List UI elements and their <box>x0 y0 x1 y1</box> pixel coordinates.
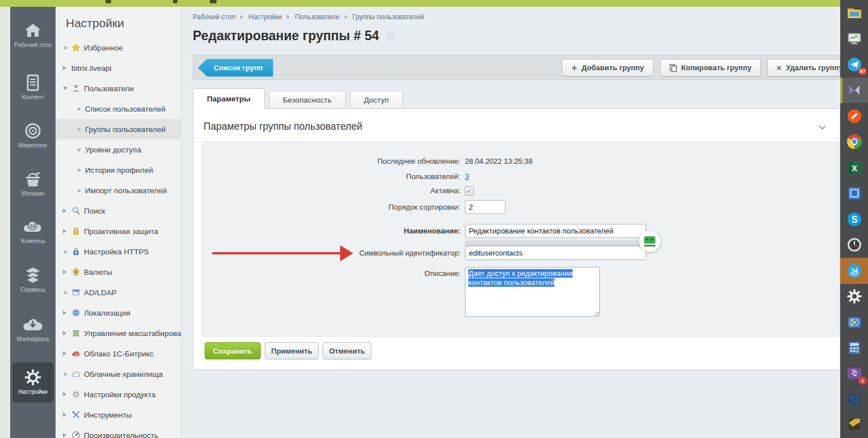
settings-menu-panel: Настройки Избранное bitrix.liveapi Польз… <box>56 7 181 438</box>
sort-order-input[interactable] <box>465 200 506 214</box>
vmware-icon[interactable] <box>840 181 868 207</box>
menu-item-localization[interactable]: Локализация <box>56 303 181 323</box>
menu-item-bitrix-liveapi[interactable]: bitrix.liveapi <box>56 58 181 78</box>
menu-item-bitrix-cloud[interactable]: Облако 1С-Битрикс <box>56 343 181 364</box>
clients-24-icon: 24 <box>10 218 56 236</box>
marketing-target-icon <box>10 122 56 140</box>
game-icon[interactable] <box>840 387 868 413</box>
kmplayer-icon[interactable] <box>840 78 868 104</box>
divider <box>193 138 840 139</box>
breadcrumb-separator-icon <box>287 15 290 19</box>
breadcrumb-separator-icon <box>240 15 243 19</box>
group-name-input[interactable] <box>465 224 646 238</box>
chevron-down-icon[interactable] <box>819 122 826 130</box>
save-button[interactable]: Сохранить <box>205 342 261 359</box>
menu-item-access-levels[interactable]: Уровни доступа <box>56 139 181 160</box>
sidebar-item-desktop[interactable]: Рабочий стол <box>10 22 56 49</box>
add-group-button[interactable]: + Добавить группу <box>562 59 654 76</box>
active-checkbox[interactable]: ✓ <box>465 186 474 195</box>
tab-content-panel: Параметры группы пользователей Последнее… <box>193 108 840 370</box>
menu-item-performance[interactable]: Производительность <box>56 425 181 438</box>
red-arrow-head <box>340 245 353 261</box>
copy-group-button[interactable]: Копировать группу <box>660 59 761 76</box>
sidebar-item-shop[interactable]: Магазин <box>10 170 56 197</box>
x-icon: × <box>776 63 781 73</box>
action-toolbar: Список групп + Добавить группу Копироват… <box>193 55 840 80</box>
svg-text:S: S <box>75 250 78 254</box>
menu-item-proactive-protection[interactable]: Проактивная защита <box>56 221 181 241</box>
snipping-tool-icon[interactable] <box>840 309 868 335</box>
menu-item-search[interactable]: Поиск <box>56 201 181 221</box>
sidebar-item-settings[interactable]: Настройки <box>12 363 53 402</box>
menu-item-users[interactable]: Пользователи <box>56 78 181 99</box>
apply-button[interactable]: Применить <box>265 342 319 359</box>
last-update-label: Последнее обновление: <box>202 155 460 168</box>
menu-item-user-list[interactable]: Список пользователей <box>56 99 181 119</box>
favorite-star-icon[interactable]: ☆ <box>385 29 396 44</box>
partial-app-icon[interactable] <box>840 413 868 438</box>
name-label: Наименование: <box>202 224 460 239</box>
sidebar-item-marketplace[interactable]: Marketplace <box>10 316 56 343</box>
menu-item-cloud-storage[interactable]: Облачные хранилища <box>56 364 181 384</box>
menu-item-favorites[interactable]: Избранное <box>56 37 181 58</box>
breadcrumb-desktop[interactable]: Рабочий стол <box>193 13 235 21</box>
editor-pencil-icon[interactable] <box>840 103 868 129</box>
menu-item-https-settings[interactable]: S Настройка HTTPS <box>56 241 181 262</box>
https-lock-icon: S <box>71 247 84 256</box>
coin-icon: $ <box>71 267 84 277</box>
top-bar-artifact <box>210 0 217 3</box>
users-count-link[interactable]: 3 <box>465 172 469 181</box>
menu-item-product-settings[interactable]: Настройки продукта <box>56 384 181 405</box>
menu-item-scaling[interactable]: Управление масштабирова <box>56 323 181 343</box>
gear-icon[interactable] <box>840 284 868 310</box>
tab-access[interactable]: Доступ <box>350 91 403 109</box>
chrome-icon[interactable] <box>840 129 868 155</box>
tab-parameters[interactable]: Параметры <box>193 88 265 109</box>
user-icon <box>71 84 84 93</box>
breadcrumb: Рабочий стол Настройки Пользователи Груп… <box>193 13 424 21</box>
skype-icon[interactable]: S <box>840 206 868 232</box>
breadcrumb-user-groups[interactable]: Группы пользователей <box>353 13 424 21</box>
cancel-button[interactable]: Отменить <box>323 342 371 359</box>
menu-item-user-import[interactable]: Импорт пользователей <box>56 180 181 201</box>
group-edit-form: Последнее обновление: 28.04.2022 13:25:3… <box>202 142 839 337</box>
calculator-icon[interactable] <box>840 335 868 362</box>
file-explorer-icon[interactable] <box>840 0 868 26</box>
bitrix24-icon[interactable]: 24 <box>840 258 868 284</box>
breadcrumb-users[interactable]: Пользователи <box>295 13 339 21</box>
sidebar-item-marketing[interactable]: Маркетинг <box>10 122 56 149</box>
clock-icon[interactable] <box>840 232 868 258</box>
group-list-button[interactable]: Список групп <box>198 59 273 76</box>
excel-icon[interactable]: X <box>840 155 868 181</box>
page-title: Редактирование группы # 54 <box>193 28 379 44</box>
svg-text:24: 24 <box>29 223 35 229</box>
tab-security[interactable]: Безопасность <box>269 91 346 109</box>
plus-icon: + <box>571 63 577 73</box>
task-manager-icon[interactable] <box>840 26 868 52</box>
menu-item-currencies[interactable]: $ Валюты <box>56 262 181 282</box>
menu-item-user-groups[interactable]: Группы пользователей <box>56 119 181 139</box>
resize-handle[interactable] <box>593 310 599 316</box>
telegram-icon[interactable]: 97 <box>840 52 868 78</box>
users-count-label: Пользователей: <box>202 170 460 184</box>
sidebar-item-clients[interactable]: 24 Клиенты <box>10 218 56 245</box>
star-icon <box>71 43 84 52</box>
breadcrumb-settings[interactable]: Настройки <box>248 13 282 21</box>
viber-icon[interactable]: 1 <box>840 361 868 387</box>
svg-text:24: 24 <box>850 267 858 274</box>
padlock-icon <box>71 227 84 236</box>
delete-group-button[interactable]: × Удалить группу <box>767 59 840 76</box>
sidebar-item-content[interactable]: Контент <box>10 74 56 101</box>
page-left-edge <box>0 7 10 438</box>
os-taskbar: 97 X S 24 1 <box>840 0 868 438</box>
sort-order-label: Порядок сортировки: <box>202 200 460 215</box>
sidebar-item-services[interactable]: Сервисы <box>10 266 56 294</box>
symbolic-code-input[interactable] <box>465 246 646 260</box>
description-textarea[interactable]: Дает доступ к редактирования контактов п… <box>465 267 600 317</box>
menu-item-ad-ldap[interactable]: AD/LDAP <box>56 282 181 303</box>
menu-item-profile-history[interactable]: История профилей <box>56 160 181 180</box>
roboform-extension-icon[interactable] <box>639 231 660 252</box>
menu-list: Избранное bitrix.liveapi Пользователи Сп… <box>56 37 181 438</box>
menu-item-tools[interactable]: Инструменты <box>56 405 181 425</box>
settings-gear-icon <box>12 368 53 386</box>
